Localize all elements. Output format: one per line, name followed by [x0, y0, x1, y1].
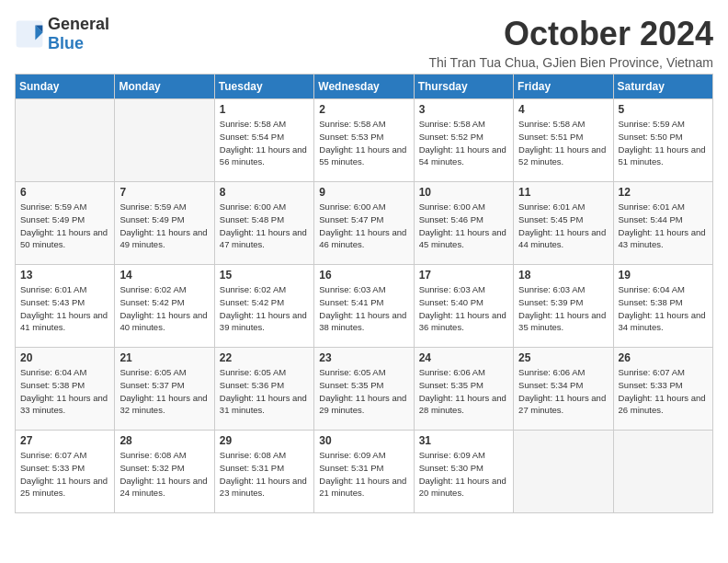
day-number: 21 — [119, 351, 209, 364]
calendar-cell: 13Sunrise: 6:01 AMSunset: 5:43 PMDayligh… — [16, 265, 115, 348]
day-info: Sunrise: 6:01 AMSunset: 5:43 PMDaylight:… — [20, 283, 109, 334]
day-number: 26 — [619, 351, 708, 364]
day-info: Sunrise: 6:05 AMSunset: 5:37 PMDaylight:… — [119, 366, 209, 417]
calendar-cell: 12Sunrise: 6:01 AMSunset: 5:44 PMDayligh… — [613, 182, 712, 265]
day-info: Sunrise: 6:06 AMSunset: 5:35 PMDaylight:… — [419, 366, 508, 417]
calendar-cell: 22Sunrise: 6:05 AMSunset: 5:36 PMDayligh… — [214, 348, 313, 431]
calendar-cell: 20Sunrise: 6:04 AMSunset: 5:38 PMDayligh… — [16, 348, 115, 431]
day-info: Sunrise: 6:00 AMSunset: 5:48 PMDaylight:… — [220, 201, 309, 251]
day-number: 14 — [119, 269, 209, 282]
day-info: Sunrise: 5:59 AMSunset: 5:50 PMDaylight:… — [619, 118, 708, 168]
day-info: Sunrise: 5:58 AMSunset: 5:53 PMDaylight:… — [319, 118, 408, 168]
day-info: Sunrise: 6:07 AMSunset: 5:33 PMDaylight:… — [619, 366, 708, 417]
day-number: 23 — [319, 351, 408, 364]
calendar-cell: 29Sunrise: 6:08 AMSunset: 5:31 PMDayligh… — [214, 431, 313, 513]
calendar-cell — [514, 431, 613, 513]
calendar-cell: 25Sunrise: 6:06 AMSunset: 5:34 PMDayligh… — [514, 348, 613, 431]
calendar-week-1: 1Sunrise: 5:58 AMSunset: 5:54 PMDaylight… — [16, 99, 713, 182]
subtitle: Thi Tran Tua Chua, GJien Bien Province, … — [429, 55, 713, 70]
calendar-week-2: 6Sunrise: 5:59 AMSunset: 5:49 PMDaylight… — [16, 182, 713, 265]
calendar-cell: 19Sunrise: 6:04 AMSunset: 5:38 PMDayligh… — [613, 265, 712, 348]
day-number: 16 — [319, 269, 408, 282]
calendar-week-4: 20Sunrise: 6:04 AMSunset: 5:38 PMDayligh… — [16, 348, 713, 431]
calendar-cell: 7Sunrise: 5:59 AMSunset: 5:49 PMDaylight… — [115, 182, 214, 265]
title-section: October 2024 Thi Tran Tua Chua, GJien Bi… — [429, 15, 713, 70]
day-info: Sunrise: 6:04 AMSunset: 5:38 PMDaylight:… — [20, 366, 109, 417]
calendar-cell: 8Sunrise: 6:00 AMSunset: 5:48 PMDaylight… — [214, 182, 313, 265]
calendar-cell: 27Sunrise: 6:07 AMSunset: 5:33 PMDayligh… — [16, 431, 115, 513]
logo-icon — [15, 19, 44, 49]
calendar-cell: 5Sunrise: 5:59 AMSunset: 5:50 PMDaylight… — [613, 99, 712, 182]
logo: General Blue — [15, 15, 109, 53]
day-number: 27 — [20, 434, 109, 447]
day-number: 15 — [220, 269, 309, 282]
day-info: Sunrise: 6:09 AMSunset: 5:31 PMDaylight:… — [319, 449, 408, 500]
calendar-cell — [16, 99, 115, 182]
day-info: Sunrise: 6:08 AMSunset: 5:31 PMDaylight:… — [220, 449, 309, 500]
day-info: Sunrise: 6:02 AMSunset: 5:42 PMDaylight:… — [119, 283, 209, 334]
calendar-cell: 28Sunrise: 6:08 AMSunset: 5:32 PMDayligh… — [115, 431, 214, 513]
calendar-cell: 31Sunrise: 6:09 AMSunset: 5:30 PMDayligh… — [414, 431, 513, 513]
calendar-header-monday: Monday — [115, 75, 214, 99]
calendar-cell — [613, 431, 712, 513]
day-number: 9 — [319, 186, 408, 199]
calendar-body: 1Sunrise: 5:58 AMSunset: 5:54 PMDaylight… — [16, 99, 713, 513]
day-number: 29 — [220, 434, 309, 447]
calendar-header-thursday: Thursday — [414, 75, 513, 99]
day-number: 12 — [619, 186, 708, 199]
day-info: Sunrise: 6:04 AMSunset: 5:38 PMDaylight:… — [619, 283, 708, 334]
calendar-cell: 1Sunrise: 5:58 AMSunset: 5:54 PMDaylight… — [214, 99, 313, 182]
calendar-cell: 3Sunrise: 5:58 AMSunset: 5:52 PMDaylight… — [414, 99, 513, 182]
calendar-header-row: SundayMondayTuesdayWednesdayThursdayFrid… — [16, 75, 713, 99]
logo-text: General Blue — [48, 15, 109, 53]
day-info: Sunrise: 6:08 AMSunset: 5:32 PMDaylight:… — [119, 449, 209, 500]
calendar-week-5: 27Sunrise: 6:07 AMSunset: 5:33 PMDayligh… — [16, 431, 713, 513]
day-number: 25 — [518, 351, 608, 364]
day-number: 24 — [419, 351, 508, 364]
calendar-cell: 23Sunrise: 6:05 AMSunset: 5:35 PMDayligh… — [314, 348, 414, 431]
day-info: Sunrise: 6:01 AMSunset: 5:45 PMDaylight:… — [518, 201, 608, 251]
day-number: 18 — [518, 269, 608, 282]
day-number: 5 — [619, 103, 708, 116]
day-info: Sunrise: 6:00 AMSunset: 5:47 PMDaylight:… — [319, 201, 408, 251]
calendar-cell: 4Sunrise: 5:58 AMSunset: 5:51 PMDaylight… — [514, 99, 613, 182]
day-info: Sunrise: 6:03 AMSunset: 5:40 PMDaylight:… — [419, 283, 508, 334]
day-info: Sunrise: 5:58 AMSunset: 5:52 PMDaylight:… — [419, 118, 508, 168]
day-number: 2 — [319, 103, 408, 116]
day-info: Sunrise: 6:09 AMSunset: 5:30 PMDaylight:… — [419, 449, 508, 500]
day-number: 28 — [119, 434, 209, 447]
calendar-header-sunday: Sunday — [16, 75, 115, 99]
month-title: October 2024 — [429, 15, 713, 53]
calendar-cell: 10Sunrise: 6:00 AMSunset: 5:46 PMDayligh… — [414, 182, 513, 265]
day-info: Sunrise: 6:02 AMSunset: 5:42 PMDaylight:… — [220, 283, 309, 334]
day-info: Sunrise: 6:03 AMSunset: 5:41 PMDaylight:… — [319, 283, 408, 334]
calendar-header-tuesday: Tuesday — [214, 75, 313, 99]
day-number: 31 — [419, 434, 508, 447]
calendar-cell: 6Sunrise: 5:59 AMSunset: 5:49 PMDaylight… — [16, 182, 115, 265]
day-number: 8 — [220, 186, 309, 199]
calendar-header-saturday: Saturday — [613, 75, 712, 99]
day-number: 13 — [20, 269, 109, 282]
calendar-cell: 15Sunrise: 6:02 AMSunset: 5:42 PMDayligh… — [214, 265, 313, 348]
day-info: Sunrise: 5:59 AMSunset: 5:49 PMDaylight:… — [119, 201, 209, 251]
day-number: 22 — [220, 351, 309, 364]
day-number: 1 — [220, 103, 309, 116]
calendar-cell: 9Sunrise: 6:00 AMSunset: 5:47 PMDaylight… — [314, 182, 414, 265]
day-info: Sunrise: 6:00 AMSunset: 5:46 PMDaylight:… — [419, 201, 508, 251]
day-number: 4 — [518, 103, 608, 116]
calendar-cell: 24Sunrise: 6:06 AMSunset: 5:35 PMDayligh… — [414, 348, 513, 431]
day-number: 7 — [119, 186, 209, 199]
calendar-table: SundayMondayTuesdayWednesdayThursdayFrid… — [15, 74, 713, 513]
day-number: 10 — [419, 186, 508, 199]
day-number: 17 — [419, 269, 508, 282]
day-info: Sunrise: 5:58 AMSunset: 5:51 PMDaylight:… — [518, 118, 608, 168]
day-info: Sunrise: 6:05 AMSunset: 5:36 PMDaylight:… — [220, 366, 309, 417]
calendar-cell — [115, 99, 214, 182]
calendar-cell: 17Sunrise: 6:03 AMSunset: 5:40 PMDayligh… — [414, 265, 513, 348]
calendar-header-wednesday: Wednesday — [314, 75, 414, 99]
day-number: 3 — [419, 103, 508, 116]
day-info: Sunrise: 6:07 AMSunset: 5:33 PMDaylight:… — [20, 449, 109, 500]
day-info: Sunrise: 6:03 AMSunset: 5:39 PMDaylight:… — [518, 283, 608, 334]
day-info: Sunrise: 6:01 AMSunset: 5:44 PMDaylight:… — [619, 201, 708, 251]
calendar-header-friday: Friday — [514, 75, 613, 99]
